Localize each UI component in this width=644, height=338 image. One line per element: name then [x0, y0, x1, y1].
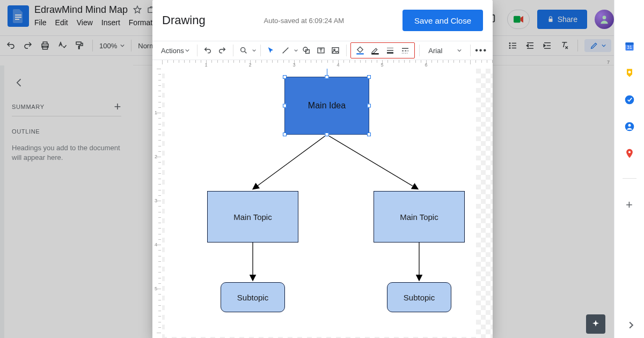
redo-icon[interactable] — [216, 43, 229, 57]
image-tool-icon[interactable] — [329, 43, 341, 57]
svg-rect-48 — [357, 53, 364, 54]
drawing-canvas[interactable]: Main Idea Main Topic Main Topic Subtopic… — [162, 69, 493, 338]
svg-point-37 — [628, 151, 630, 153]
font-dropdown[interactable]: Arial — [424, 47, 466, 55]
border-color-icon[interactable] — [368, 43, 382, 57]
chevron-down-icon[interactable] — [294, 48, 298, 53]
autosave-status: Auto-saved at 6:09:24 AM — [206, 17, 402, 25]
drawing-toolbar: Actions Arial ••• — [152, 41, 493, 60]
shape-label: Main Topic — [233, 212, 272, 222]
shape-subtopic-left[interactable]: Subtopic — [221, 282, 285, 312]
svg-text:31: 31 — [627, 45, 632, 50]
actions-dropdown[interactable]: Actions — [158, 45, 193, 57]
shape-main-idea[interactable]: Main Idea — [284, 77, 369, 135]
line-tool-icon[interactable] — [280, 43, 292, 57]
shape-label: Subtopic — [237, 293, 268, 302]
border-dash-icon[interactable] — [398, 43, 412, 57]
shape-style-group — [350, 42, 415, 58]
undo-icon[interactable] — [202, 43, 214, 57]
shape-label: Subtopic — [404, 293, 435, 302]
svg-line-39 — [245, 52, 246, 53]
tasks-icon[interactable] — [624, 94, 635, 105]
more-icon[interactable]: ••• — [475, 46, 487, 55]
shape-main-topic-left[interactable]: Main Topic — [207, 191, 298, 243]
svg-line-40 — [283, 48, 289, 54]
svg-point-34 — [625, 95, 634, 105]
side-panel: 31 + — [614, 0, 644, 338]
shape-label: Main Topic — [400, 212, 438, 222]
svg-point-33 — [628, 71, 631, 74]
zoom-icon[interactable] — [238, 43, 250, 57]
fill-color-icon[interactable] — [353, 43, 367, 57]
select-tool-icon[interactable] — [265, 43, 277, 57]
border-weight-icon[interactable] — [383, 43, 397, 57]
chevron-down-icon[interactable] — [252, 48, 256, 53]
addons-plus-icon[interactable]: + — [626, 198, 633, 212]
dialog-header: Drawing Auto-saved at 6:09:24 AM Save an… — [152, 0, 493, 41]
calendar-icon[interactable]: 31 — [624, 41, 635, 52]
explore-button[interactable] — [586, 314, 605, 334]
svg-rect-46 — [332, 48, 339, 54]
svg-point-38 — [241, 48, 245, 52]
maps-icon[interactable] — [624, 148, 635, 159]
svg-rect-49 — [372, 53, 379, 54]
horizontal-ruler: 123456 — [152, 60, 493, 69]
vertical-ruler: 12345 — [152, 69, 162, 338]
keep-icon[interactable] — [624, 68, 635, 78]
dialog-title: Drawing — [162, 13, 206, 27]
shape-label: Main Idea — [308, 101, 346, 111]
textbox-tool-icon[interactable] — [314, 43, 327, 57]
shape-main-topic-right[interactable]: Main Topic — [374, 191, 465, 243]
shape-subtopic-right[interactable]: Subtopic — [387, 282, 451, 312]
contacts-icon[interactable] — [624, 121, 635, 132]
svg-point-36 — [628, 124, 631, 127]
shape-tool-icon[interactable] — [300, 43, 312, 57]
collapse-sidepanel-icon[interactable] — [620, 314, 642, 336]
save-and-close-button[interactable]: Save and Close — [402, 10, 483, 31]
drawing-dialog: Drawing Auto-saved at 6:09:24 AM Save an… — [152, 0, 493, 338]
